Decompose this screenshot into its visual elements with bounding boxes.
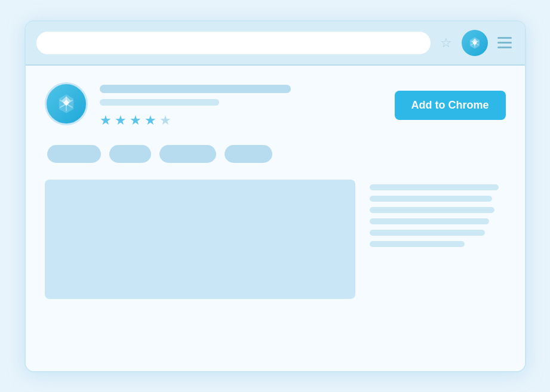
extension-info: ★ ★ ★ ★ ★ xyxy=(100,82,383,128)
tag-pills-row xyxy=(45,145,506,163)
screenshot-placeholder xyxy=(45,180,355,299)
content-area xyxy=(45,180,506,299)
hamburger-line-3 xyxy=(497,47,512,48)
desc-line-5 xyxy=(370,230,486,236)
browser-window: ☆ xyxy=(24,20,526,372)
extension-title-placeholder xyxy=(100,85,291,93)
star-rating: ★ ★ ★ ★ ★ xyxy=(100,113,383,128)
extension-toolbar-icon[interactable] xyxy=(462,30,488,56)
bookmark-icon[interactable]: ☆ xyxy=(438,35,454,51)
extension-logo-svg xyxy=(54,91,79,116)
toolbar-logo-svg xyxy=(467,35,483,51)
star-2: ★ xyxy=(115,113,127,128)
extension-logo xyxy=(45,82,88,125)
hamburger-line-2 xyxy=(497,42,512,44)
pill-2[interactable] xyxy=(109,145,151,163)
extension-header: ★ ★ ★ ★ ★ Add to Chrome xyxy=(45,82,506,128)
desc-line-3 xyxy=(370,207,495,213)
desc-line-4 xyxy=(370,218,490,224)
desc-line-6 xyxy=(370,241,465,247)
description-lines xyxy=(370,180,506,299)
star-3: ★ xyxy=(130,113,142,128)
star-5: ★ xyxy=(159,113,171,128)
pill-3[interactable] xyxy=(159,145,216,163)
desc-line-1 xyxy=(370,184,499,190)
desc-line-2 xyxy=(370,196,492,202)
browser-toolbar: ☆ xyxy=(26,21,525,66)
pill-1[interactable] xyxy=(47,145,101,163)
star-1: ★ xyxy=(100,113,112,128)
add-to-chrome-button[interactable]: Add to Chrome xyxy=(395,91,506,120)
address-bar[interactable] xyxy=(36,32,431,54)
hamburger-menu-icon[interactable] xyxy=(495,35,514,51)
pill-4[interactable] xyxy=(225,145,272,163)
page-content: ★ ★ ★ ★ ★ Add to Chrome xyxy=(26,66,525,371)
hamburger-line-1 xyxy=(497,37,512,39)
star-4: ★ xyxy=(145,113,156,128)
extension-subtitle-placeholder xyxy=(100,99,219,106)
